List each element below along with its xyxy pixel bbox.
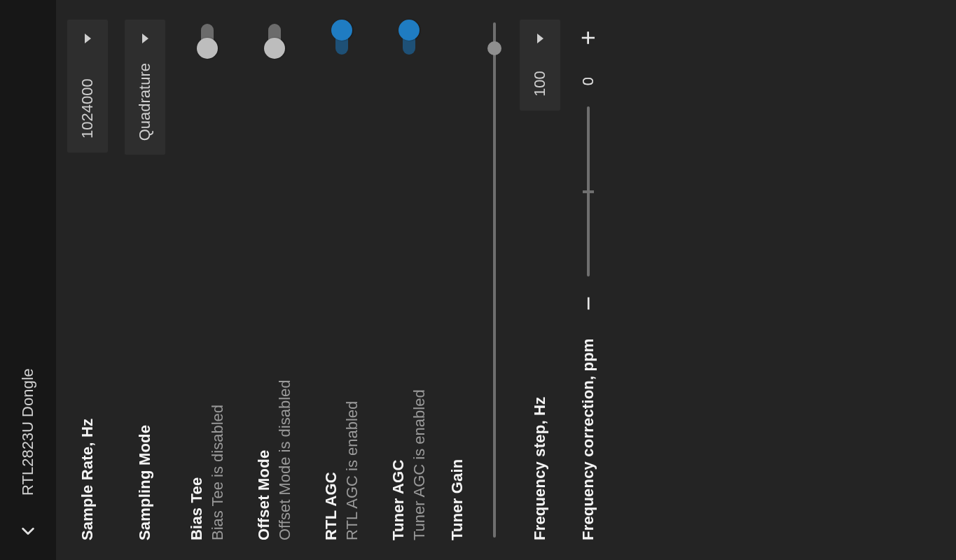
tuner-gain-slider[interactable] — [480, 22, 508, 538]
slider-thumb-icon[interactable] — [487, 41, 501, 55]
row-rtl-agc[interactable]: RTL AGC RTL AGC is enabled — [308, 0, 375, 560]
freq-correction-label: Frequency correction, ppm — [579, 338, 597, 540]
freq-correction-value: 0 — [579, 64, 597, 98]
screen-root: RTL2823U Dongle Sample Rate, Hz 1024000 … — [0, 0, 956, 560]
row-sampling-mode[interactable]: Sampling Mode Quadrature — [116, 0, 174, 560]
rtl-agc-label: RTL AGC — [322, 70, 340, 540]
tuner-agc-status: Tuner AGC is enabled — [410, 70, 429, 540]
freq-step-dropdown[interactable]: 100 — [520, 20, 560, 111]
sampling-mode-value: Quadrature — [136, 63, 154, 141]
row-tuner-agc[interactable]: Tuner AGC Tuner AGC is enabled — [375, 0, 443, 560]
freq-step-label: Frequency step, Hz — [531, 122, 549, 540]
chevron-left-icon — [20, 523, 36, 538]
sample-rate-value: 1024000 — [78, 63, 97, 139]
offset-mode-label: Offset Mode — [255, 70, 273, 540]
sample-rate-label: Sample Rate, Hz — [78, 164, 97, 540]
caret-down-icon — [142, 34, 148, 43]
row-offset-mode[interactable]: Offset Mode Offset Mode is disabled — [241, 0, 308, 560]
freq-step-value: 100 — [531, 63, 549, 97]
row-freq-step[interactable]: Frequency step, Hz 100 — [511, 0, 569, 560]
rtl-agc-switch[interactable] — [329, 20, 354, 59]
row-sample-rate[interactable]: Sample Rate, Hz 1024000 — [59, 0, 116, 560]
row-tuner-gain: Tuner Gain — [443, 0, 511, 560]
bias-tee-label: Bias Tee — [188, 70, 206, 540]
bias-tee-status: Bias Tee is disabled — [209, 70, 227, 540]
tuner-gain-label: Tuner Gain — [448, 20, 466, 540]
ppm-center-tick-icon — [583, 190, 594, 193]
page-title: RTL2823U Dongle — [19, 368, 37, 496]
offset-mode-switch[interactable] — [262, 20, 287, 59]
caret-down-icon — [537, 34, 543, 43]
row-freq-correction: Frequency correction, ppm − 0 + — [569, 0, 602, 560]
rtl-agc-status: RTL AGC is enabled — [343, 70, 361, 540]
ppm-slider[interactable] — [574, 106, 602, 276]
caret-down-icon — [85, 34, 91, 43]
sampling-mode-label: Sampling Mode — [136, 166, 154, 540]
tuner-agc-label: Tuner AGC — [389, 70, 408, 540]
bias-tee-switch[interactable] — [195, 20, 220, 59]
settings-list: Sample Rate, Hz 1024000 Sampling Mode Qu… — [56, 0, 956, 560]
app-bar: RTL2823U Dongle — [0, 0, 56, 560]
sample-rate-dropdown[interactable]: 1024000 — [67, 20, 108, 153]
back-button[interactable] — [15, 518, 41, 543]
ppm-plus-button[interactable]: + — [576, 20, 601, 56]
tuner-agc-switch[interactable] — [396, 20, 422, 59]
offset-mode-status: Offset Mode is disabled — [276, 70, 294, 540]
row-bias-tee[interactable]: Bias Tee Bias Tee is disabled — [174, 0, 241, 560]
ppm-minus-button[interactable]: − — [576, 285, 601, 321]
sampling-mode-dropdown[interactable]: Quadrature — [125, 20, 165, 155]
